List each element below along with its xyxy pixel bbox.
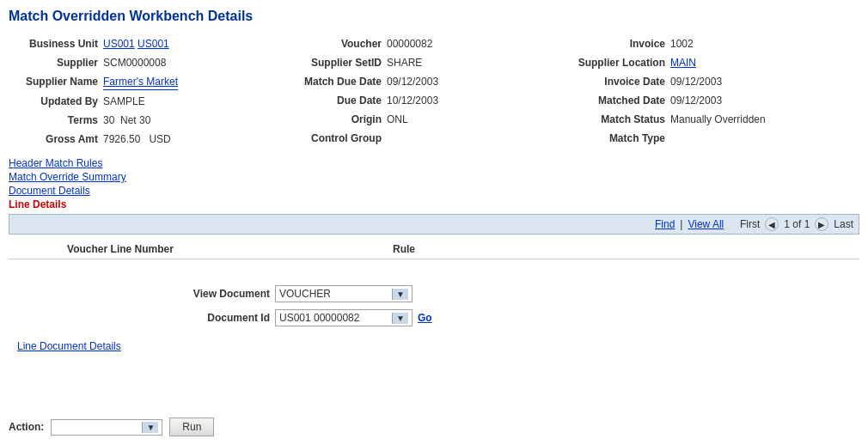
info-section: Business Unit US001 US001 Supplier SCM00… xyxy=(9,36,859,150)
last-label: Last xyxy=(834,218,853,230)
control-group-label: Control Group xyxy=(292,131,387,146)
col-header-rule: Rule xyxy=(232,243,576,255)
gross-amt-value: 7926.50 xyxy=(103,131,140,147)
due-date-value: 10/12/2003 xyxy=(387,93,438,108)
line-doc-section: Line Document Details xyxy=(9,340,859,352)
supplier-row: Supplier SCM0000008 xyxy=(9,55,292,70)
separator-bar: | xyxy=(680,218,682,230)
control-group-row: Control Group xyxy=(292,131,576,146)
view-all-link[interactable]: View All xyxy=(688,218,724,230)
nav-match-override-summary[interactable]: Match Override Summary xyxy=(9,171,859,183)
updated-by-label: Updated By xyxy=(9,94,103,109)
currency-value: USD xyxy=(149,131,170,147)
origin-label: Origin xyxy=(292,112,387,127)
origin-row: Origin ONL xyxy=(292,112,576,127)
business-unit-value2[interactable]: US001 xyxy=(138,36,169,52)
middle-column: Voucher 00000082 Supplier SetID SHARE Ma… xyxy=(292,36,576,150)
match-status-label: Match Status xyxy=(576,112,670,127)
col-header-voucher: Voucher Line Number xyxy=(9,243,232,255)
invoice-label: Invoice xyxy=(576,36,670,52)
action-arrow[interactable]: ▼ xyxy=(142,422,158,433)
supplier-location-label: Supplier Location xyxy=(576,55,670,70)
invoice-date-label: Invoice Date xyxy=(576,74,670,89)
invoice-value: 1002 xyxy=(670,36,694,52)
view-doc-row: View Document VOUCHER ▼ xyxy=(180,285,859,302)
gross-amt-row: Gross Amt 7926.50 USD xyxy=(9,131,292,147)
page-info: 1 of 1 xyxy=(784,218,810,230)
business-unit-label: Business Unit xyxy=(9,36,103,52)
action-select[interactable]: ▼ xyxy=(51,419,162,436)
next-page-button[interactable]: ▶ xyxy=(815,217,828,231)
nav-line-details[interactable]: Line Details xyxy=(9,198,859,210)
page-container: Match Overridden Workbench Details Busin… xyxy=(0,0,868,445)
invoice-row: Invoice 1002 xyxy=(576,36,859,52)
match-due-date-value: 09/12/2003 xyxy=(387,74,438,89)
supplier-setid-value: SHARE xyxy=(387,55,422,70)
invoice-date-value: 09/12/2003 xyxy=(670,74,722,89)
business-unit-row: Business Unit US001 US001 xyxy=(9,36,292,52)
supplier-name-label: Supplier Name xyxy=(9,74,103,89)
view-document-select[interactable]: VOUCHER ▼ xyxy=(275,285,413,302)
doc-id-select[interactable]: US001 00000082 ▼ xyxy=(275,309,413,326)
supplier-setid-row: Supplier SetID SHARE xyxy=(292,55,576,70)
updated-by-value: SAMPLE xyxy=(103,94,145,109)
updated-by-row: Updated By SAMPLE xyxy=(9,94,292,109)
right-column: Invoice 1002 Supplier Location MAIN Invo… xyxy=(576,36,859,150)
business-unit-value1[interactable]: US001 xyxy=(103,36,135,52)
supplier-value: SCM0000008 xyxy=(103,55,166,70)
action-bar: Action: ▼ Run xyxy=(9,418,214,436)
doc-id-label: Document Id xyxy=(180,312,275,324)
invoice-date-row: Invoice Date 09/12/2003 xyxy=(576,74,859,89)
terms-value1: 30 xyxy=(103,113,114,128)
supplier-location-value[interactable]: MAIN xyxy=(670,55,696,70)
nav-links: Header Match Rules Match Override Summar… xyxy=(9,157,859,210)
match-type-row: Match Type xyxy=(576,131,859,146)
matched-date-label: Matched Date xyxy=(576,93,670,108)
match-due-date-label: Match Due Date xyxy=(292,74,387,89)
supplier-location-row: Supplier Location MAIN xyxy=(576,55,859,70)
due-date-row: Due Date 10/12/2003 xyxy=(292,93,576,108)
match-status-value: Manually Overridden xyxy=(670,112,766,127)
voucher-label: Voucher xyxy=(292,36,387,52)
prev-page-button[interactable]: ◀ xyxy=(765,217,779,231)
view-doc-section: View Document VOUCHER ▼ Document Id US00… xyxy=(9,285,859,326)
section-bar-right: Find | View All First ◀ 1 of 1 ▶ Last xyxy=(655,217,853,231)
gross-amt-label: Gross Amt xyxy=(9,131,103,147)
origin-value: ONL xyxy=(387,112,408,127)
voucher-value: 00000082 xyxy=(387,36,432,52)
find-link[interactable]: Find xyxy=(655,218,675,230)
section-bar: Find | View All First ◀ 1 of 1 ▶ Last xyxy=(9,214,859,235)
left-column: Business Unit US001 US001 Supplier SCM00… xyxy=(9,36,292,150)
match-status-row: Match Status Manually Overridden xyxy=(576,112,859,127)
doc-id-arrow[interactable]: ▼ xyxy=(392,313,408,324)
table-header: Voucher Line Number Rule xyxy=(9,238,859,259)
due-date-label: Due Date xyxy=(292,93,387,108)
matched-date-row: Matched Date 09/12/2003 xyxy=(576,93,859,108)
match-type-label: Match Type xyxy=(576,131,670,146)
nav-header-match-rules[interactable]: Header Match Rules xyxy=(9,157,859,169)
page-title: Match Overridden Workbench Details xyxy=(9,9,859,24)
terms-value2: Net 30 xyxy=(120,113,150,128)
terms-row: Terms 30 Net 30 xyxy=(9,113,292,128)
matched-date-value: 09/12/2003 xyxy=(670,93,722,108)
supplier-label: Supplier xyxy=(9,55,103,70)
supplier-setid-label: Supplier SetID xyxy=(292,55,387,70)
doc-id-row: Document Id US001 00000082 ▼ Go xyxy=(180,309,859,326)
view-document-arrow[interactable]: ▼ xyxy=(392,289,408,300)
supplier-name-value[interactable]: Farmer's Market xyxy=(103,74,178,90)
doc-id-value: US001 00000082 xyxy=(279,312,359,324)
terms-label: Terms xyxy=(9,113,103,128)
run-button[interactable]: Run xyxy=(169,418,214,436)
voucher-row: Voucher 00000082 xyxy=(292,36,576,52)
supplier-name-row: Supplier Name Farmer's Market xyxy=(9,74,292,90)
first-label: First xyxy=(740,218,760,230)
view-document-value: VOUCHER xyxy=(279,288,331,300)
view-doc-label: View Document xyxy=(180,288,275,300)
nav-document-details[interactable]: Document Details xyxy=(9,185,859,197)
line-doc-details-link[interactable]: Line Document Details xyxy=(17,340,859,352)
action-label: Action: xyxy=(9,421,44,433)
match-due-date-row: Match Due Date 09/12/2003 xyxy=(292,74,576,89)
go-button[interactable]: Go xyxy=(418,312,432,324)
